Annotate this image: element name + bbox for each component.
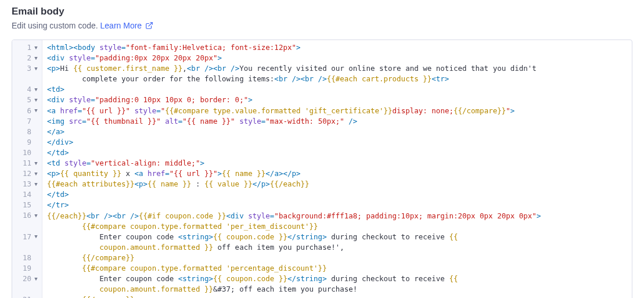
line-number: 16: [23, 210, 31, 221]
code-line[interactable]: {{#each attributes}}<p>{{ name }} : {{ v…: [47, 179, 632, 189]
code-line[interactable]: </div>: [47, 137, 632, 148]
code-token: >: [218, 53, 222, 62]
code-token: complete your order for the following it…: [47, 74, 274, 83]
code-token: {{ value }}: [204, 179, 253, 188]
gutter-row: [16, 221, 41, 232]
code-line[interactable]: coupon.amount.formatted }}&#37; off each…: [47, 284, 632, 295]
line-gutter: 1▼2▼3▼4▼5▼6▼7891011▼12▼13▼141516▼17▼1819…: [12, 40, 42, 298]
code-token: <a: [135, 169, 143, 178]
line-number: 3: [27, 63, 31, 74]
gutter-row: 6▼: [16, 106, 41, 116]
code-line[interactable]: <div style="padding:0 10px 10px 0; borde…: [47, 95, 632, 105]
learn-more-link[interactable]: Learn More: [100, 21, 153, 30]
code-line[interactable]: <a href="{{ url }}" style="{{#compare ty…: [47, 106, 632, 116]
gutter-row: [16, 74, 41, 84]
line-number: 4: [27, 84, 31, 95]
code-token: <br /><br />: [87, 211, 139, 220]
fold-icon[interactable]: ▼: [34, 107, 38, 114]
code-token: "{{ thumbnail }}": [87, 117, 161, 125]
code-line[interactable]: <p>{{ quantity }} x <a href="{{ url }}">…: [47, 168, 632, 179]
code-line[interactable]: <img src="{{ thumbnail }}" alt="{{ name …: [47, 116, 632, 127]
code-token: <br /><br />: [274, 74, 326, 83]
fold-icon[interactable]: ▼: [34, 212, 38, 220]
code-token: x: [121, 169, 135, 178]
gutter-row: 20▼: [16, 274, 41, 284]
code-token: href: [143, 169, 166, 178]
code-line[interactable]: </td>: [47, 148, 632, 158]
code-line[interactable]: Enter coupon code <string>{{ coupon.code…: [47, 232, 632, 242]
code-token: "background:#fff1a8; padding:10px; margi…: [274, 211, 537, 220]
code-token: style: [64, 95, 91, 104]
code-line[interactable]: complete your order for the following it…: [47, 74, 632, 84]
code-token: <div: [47, 53, 64, 62]
code-line[interactable]: </td>: [47, 189, 632, 200]
code-token: <html><body: [47, 43, 95, 52]
code-editor[interactable]: 1▼2▼3▼4▼5▼6▼7891011▼12▼13▼141516▼17▼1819…: [12, 40, 632, 298]
code-token: =: [82, 117, 87, 125]
line-number: 9: [27, 137, 31, 148]
code-line[interactable]: </tr>: [47, 200, 632, 210]
code-token: </p>: [253, 179, 270, 188]
code-line[interactable]: {{/compare}}: [47, 253, 632, 263]
code-token: {{/compare}}: [454, 106, 506, 115]
line-number: 10: [23, 148, 31, 158]
gutter-row: 3▼: [16, 63, 41, 74]
gutter-row: 12▼: [16, 168, 41, 179]
fold-icon[interactable]: ▼: [34, 44, 38, 52]
code-token: <tr>: [431, 74, 449, 83]
fold-icon[interactable]: ▼: [34, 233, 38, 240]
code-line[interactable]: Enter coupon code <string>{{ coupon.code…: [47, 274, 632, 284]
gutter-row: 13▼: [16, 179, 41, 189]
code-token: "vertical-align: middle;": [91, 159, 200, 167]
code-line[interactable]: <html><body style="font-family:Helvetica…: [47, 42, 632, 53]
code-token: </string>: [287, 274, 327, 283]
code-token: </div>: [47, 138, 73, 146]
code-token: <string>: [178, 232, 213, 241]
code-token: <a: [47, 106, 56, 115]
fold-icon[interactable]: ▼: [34, 170, 38, 178]
fold-icon[interactable]: ▼: [34, 96, 38, 104]
code-line[interactable]: {{/compare}}: [47, 295, 632, 298]
code-token: </td>: [47, 190, 69, 199]
code-line[interactable]: coupon.amount.formatted }} off each item…: [47, 242, 632, 253]
code-token: href: [56, 106, 78, 115]
fold-icon[interactable]: ▼: [34, 160, 38, 167]
code-token: &#37; off each item you purchase!: [213, 285, 357, 293]
gutter-row: 2▼: [16, 53, 41, 63]
line-number: 6: [27, 106, 31, 116]
code-token: coupon.amount.formatted }}: [99, 243, 213, 252]
gutter-row: [16, 242, 41, 253]
fold-icon[interactable]: ▼: [34, 181, 38, 188]
fold-icon[interactable]: ▼: [34, 55, 38, 62]
fold-icon[interactable]: ▼: [34, 65, 38, 73]
code-token: [47, 264, 82, 272]
gutter-row: 9: [16, 137, 41, 148]
code-token: {{ name }}: [222, 169, 265, 178]
line-number: 1: [27, 42, 31, 53]
code-line[interactable]: {{#compare coupon.type.formatted 'percen…: [47, 263, 632, 274]
code-token: "{{ url }}": [170, 169, 218, 178]
line-number: 14: [23, 189, 31, 200]
code-token: </a></p>: [265, 169, 300, 178]
code-line[interactable]: <div style="padding:0px 20px 20px 20px">: [47, 53, 632, 63]
line-number: 19: [23, 263, 31, 274]
code-token: <string>: [178, 274, 213, 283]
code-area[interactable]: <html><body style="font-family:Helvetica…: [42, 40, 632, 298]
section-title: Email body: [12, 6, 632, 17]
code-line[interactable]: {{/each}}<br /><br />{{#if coupon.code }…: [47, 211, 632, 221]
subtitle-text: Edit using custom code.: [12, 21, 98, 30]
code-line[interactable]: <td style="vertical-align: middle;">: [47, 158, 632, 168]
gutter-row: 21: [16, 295, 41, 298]
code-line[interactable]: </a>: [47, 127, 632, 137]
fold-icon[interactable]: ▼: [34, 86, 38, 94]
fold-icon[interactable]: ▼: [34, 275, 38, 283]
code-token: >: [218, 169, 222, 178]
code-line[interactable]: <p>Hi {{ customer.first_name }},<br /><b…: [47, 63, 632, 74]
code-line[interactable]: <td>: [47, 84, 632, 95]
code-token: Enter coupon code: [47, 232, 178, 241]
code-token: />: [344, 117, 358, 125]
code-token: during checkout to receive: [327, 274, 449, 283]
code-line[interactable]: {{#compare coupon.type.formatted 'per_it…: [47, 221, 632, 232]
code-token: :: [191, 179, 204, 188]
code-token: <p>: [47, 169, 60, 178]
